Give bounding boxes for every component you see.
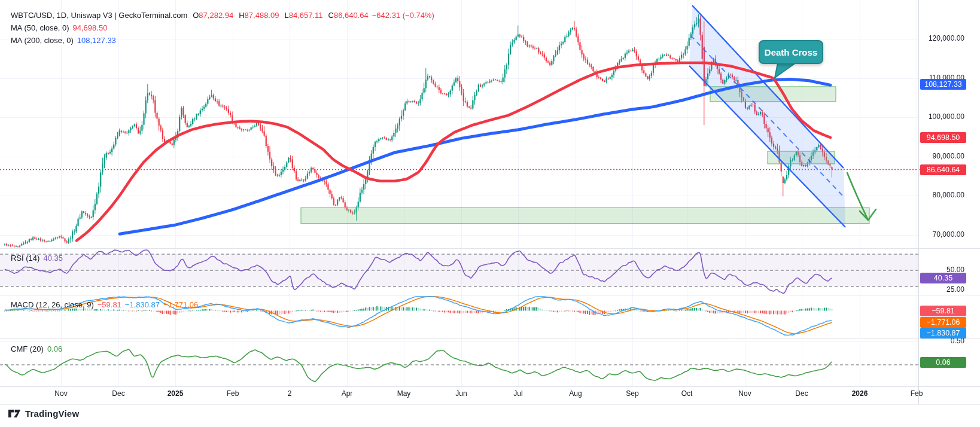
price-axis-label: 120,000.00 xyxy=(920,34,964,42)
macd-label: MACD (12, 26, close, 9) xyxy=(11,300,94,309)
macd-signal-value: −1,771.06 xyxy=(163,300,198,309)
chart-canvas[interactable] xyxy=(0,0,980,427)
ma50-label: MA (50, close, 0) xyxy=(11,23,69,32)
cmf-label: CMF (20) xyxy=(11,344,44,353)
high-label: H xyxy=(239,11,244,20)
axis-value-badge: −59.81 xyxy=(920,306,966,316)
macd-legend[interactable]: MACD (12, 26, close, 9)−59.81−1,830.87−1… xyxy=(11,300,198,309)
time-axis-label: May xyxy=(387,389,421,398)
symbol-title: WBTC/USD, 1D, Uniswap V3 | GeckoTerminal… xyxy=(11,11,187,20)
trading-chart-window: WBTC/USD, 1D, Uniswap V3 | GeckoTerminal… xyxy=(0,0,980,427)
cmf-value: 0.06 xyxy=(47,344,62,353)
price-axis-label: 80,000.00 xyxy=(920,191,964,199)
ma50-value: 94,698.50 xyxy=(73,23,108,32)
time-axis-label: Jul xyxy=(501,389,535,398)
time-axis-label: Oct xyxy=(670,389,704,398)
ma200-value: 108,127.33 xyxy=(77,36,116,45)
price-axis-label: 70,000.00 xyxy=(920,230,964,239)
close-value: 86,640.64 xyxy=(334,11,369,20)
tradingview-logo-icon xyxy=(8,409,21,418)
tradingview-attribution[interactable]: TradingView xyxy=(8,408,79,419)
symbol-row[interactable]: WBTC/USD, 1D, Uniswap V3 | GeckoTerminal… xyxy=(11,9,434,22)
time-axis-label: 2 xyxy=(273,389,306,398)
ma50-row[interactable]: MA (50, close, 0)94,698.50 xyxy=(11,22,434,34)
time-axis-label: Jun xyxy=(445,389,478,398)
price-axis-label: 90,000.00 xyxy=(920,152,964,160)
axis-value-badge: 40.35 xyxy=(920,273,966,283)
axis-value-badge: −1,830.87 xyxy=(920,328,966,338)
ma200-row[interactable]: MA (200, close, 0)108,127.33 xyxy=(11,34,434,47)
time-axis-label: 2025 xyxy=(159,389,192,398)
time-axis-label: Nov xyxy=(728,389,762,398)
indicator-axis-label: 25.00 xyxy=(920,285,964,294)
death-cross-callout[interactable]: Death Cross xyxy=(759,40,823,64)
macd-line-value: −1,830.87 xyxy=(125,300,160,309)
price-axis-label: 100,000.00 xyxy=(920,112,964,121)
low-label: L xyxy=(284,11,288,20)
high-value: 87,488.09 xyxy=(245,11,279,20)
rsi-legend[interactable]: RSI (14)40.35 xyxy=(11,254,63,263)
time-axis-label: Sep xyxy=(616,389,649,398)
time-axis-label: Dec xyxy=(785,389,818,398)
low-value: 84,657.11 xyxy=(289,11,323,20)
cmf-legend[interactable]: CMF (20)0.06 xyxy=(11,344,62,353)
time-axis-label: Dec xyxy=(102,389,135,398)
axis-value-badge: −1,771.06 xyxy=(920,317,966,328)
change-value: −642.31 (−0.74%) xyxy=(372,11,434,20)
rsi-label: RSI (14) xyxy=(11,254,39,263)
rsi-value: 40.35 xyxy=(43,254,63,263)
death-cross-label: Death Cross xyxy=(765,47,817,57)
tradingview-brand-text: TradingView xyxy=(25,408,79,419)
axis-value-badge: 108,127.33 xyxy=(920,79,966,90)
time-axis-label: 2026 xyxy=(843,389,876,398)
macd-hist-value: −59.81 xyxy=(98,300,121,309)
axis-value-badge: 0.06 xyxy=(920,357,966,368)
ma200-label: MA (200, close, 0) xyxy=(11,36,74,45)
open-label: O xyxy=(193,11,199,20)
time-axis-label: Apr xyxy=(330,389,364,398)
time-axis-label: Feb xyxy=(900,389,933,398)
time-axis-label: Nov xyxy=(44,389,78,398)
close-label: C xyxy=(328,11,334,20)
time-axis-label: Feb xyxy=(216,389,249,398)
axis-value-badge: 94,698.50 xyxy=(920,132,966,143)
axis-value-badge: 86,640.64 xyxy=(920,164,966,175)
chart-legend: WBTC/USD, 1D, Uniswap V3 | GeckoTerminal… xyxy=(11,9,434,47)
open-value: 87,282.94 xyxy=(199,11,233,20)
time-axis-label: Aug xyxy=(559,389,592,398)
